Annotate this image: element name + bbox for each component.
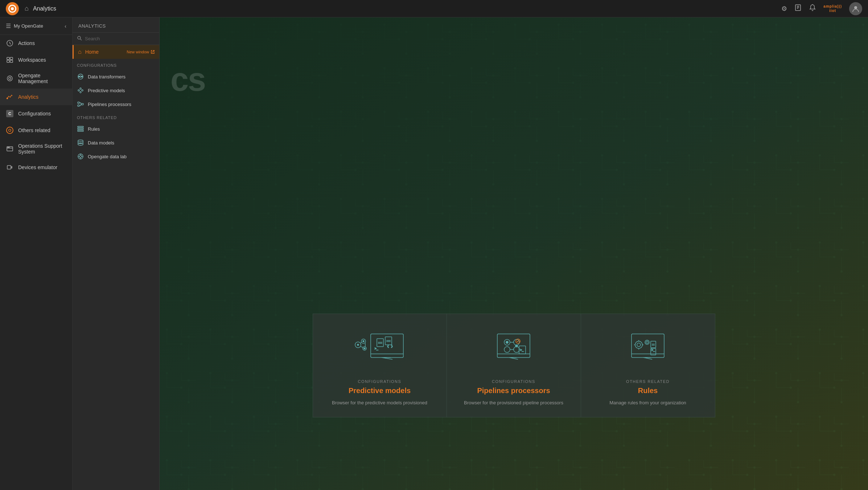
sidebar-item-devices-emulator[interactable]: Devices emulator bbox=[0, 159, 72, 176]
svg-rect-112 bbox=[651, 341, 656, 348]
user-avatar[interactable] bbox=[849, 2, 862, 15]
secondary-item-data-models[interactable]: Data models bbox=[73, 136, 159, 150]
svg-point-92 bbox=[514, 347, 519, 352]
configurations-icon: C bbox=[6, 110, 14, 118]
main-page-title: cs bbox=[170, 61, 205, 98]
sidebar-item-workspaces[interactable]: Workspaces bbox=[0, 52, 72, 68]
svg-point-104 bbox=[635, 341, 642, 348]
secondary-item-predictive-models[interactable]: Predictive models bbox=[73, 83, 159, 97]
sidebar-item-oss[interactable]: Operations Support System bbox=[0, 139, 72, 159]
secondary-item-label: Opengate data lab bbox=[88, 154, 127, 159]
sidebar: ☰ My OpenGate ‹ Actions bbox=[0, 17, 73, 490]
sidebar-item-label: Actions bbox=[18, 40, 35, 46]
svg-point-49 bbox=[78, 140, 83, 142]
card-icon-pipelines: >_ bbox=[481, 325, 546, 372]
secondary-item-data-transformers[interactable]: Data transformers bbox=[73, 70, 159, 83]
svg-line-8 bbox=[10, 43, 11, 44]
svg-text:>_: >_ bbox=[520, 348, 524, 352]
card-title: Rules bbox=[638, 387, 658, 395]
sidebar-my-opengate-label: My OpenGate bbox=[14, 23, 43, 29]
others-related-icon: O bbox=[6, 126, 14, 134]
topbar-icons: ⚙ amplia))) iiot bbox=[781, 2, 862, 15]
sidebar-item-label: Opengate Management bbox=[18, 73, 66, 84]
card-description: Manage rules from your organization bbox=[609, 399, 686, 407]
secondary-item-rules[interactable]: Rules bbox=[73, 122, 159, 136]
svg-line-80 bbox=[361, 347, 363, 347]
card-pipelines-processors[interactable]: >_ CONFIGURATIONS Pipelines processors B… bbox=[447, 314, 581, 418]
settings-icon[interactable]: ⚙ bbox=[781, 5, 787, 13]
sidebar-item-label: Others related bbox=[18, 127, 50, 133]
secondary-search-bar[interactable] bbox=[73, 33, 159, 45]
search-icon bbox=[77, 36, 82, 42]
hamburger-icon[interactable]: ☰ bbox=[6, 23, 11, 29]
card-category: CONFIGURATIONS bbox=[492, 379, 535, 384]
rules-icon bbox=[77, 125, 84, 132]
secondary-item-label: Pipelines processors bbox=[88, 102, 131, 107]
svg-point-14 bbox=[9, 77, 11, 79]
card-title: Pipelines processors bbox=[477, 387, 550, 395]
sidebar-item-others-related[interactable]: O Others related bbox=[0, 122, 72, 139]
svg-rect-11 bbox=[7, 60, 9, 62]
card-description: Browser for the predictive models provis… bbox=[332, 399, 427, 407]
svg-rect-47 bbox=[78, 128, 83, 130]
sidebar-item-configurations[interactable]: C Configurations bbox=[0, 105, 72, 122]
home-icon: ⌂ bbox=[78, 49, 82, 55]
amplia-brand: amplia))) iiot bbox=[823, 4, 842, 13]
svg-point-5 bbox=[854, 6, 857, 9]
card-description: Browser for the provisioned pipeline pro… bbox=[464, 399, 563, 407]
secondary-item-label: Data models bbox=[88, 140, 114, 146]
secondary-item-label: Predictive models bbox=[88, 88, 125, 93]
svg-point-83 bbox=[363, 340, 364, 342]
pipelines-icon bbox=[77, 101, 84, 108]
opengate-data-lab-icon bbox=[77, 153, 84, 160]
svg-point-111 bbox=[646, 341, 648, 343]
search-input[interactable] bbox=[85, 36, 155, 41]
svg-rect-46 bbox=[78, 126, 83, 127]
main-area: cs bbox=[160, 17, 868, 490]
svg-rect-40 bbox=[82, 103, 83, 105]
svg-rect-38 bbox=[78, 102, 79, 103]
card-rules[interactable]: >_ OTHERS RELATED Rules Manage rules fro… bbox=[581, 314, 715, 418]
home-nav-icon[interactable]: ⌂ bbox=[25, 5, 29, 12]
sidebar-item-label: Analytics bbox=[18, 94, 38, 100]
topbar: ⌂ Analytics ⚙ amplia))) iiot bbox=[0, 0, 868, 17]
sidebar-item-actions[interactable]: Actions bbox=[0, 35, 72, 52]
svg-line-25 bbox=[80, 39, 82, 40]
svg-point-30 bbox=[78, 90, 79, 91]
notifications-icon[interactable] bbox=[809, 4, 816, 13]
devices-emulator-icon bbox=[6, 163, 14, 171]
secondary-item-pipelines[interactable]: Pipelines processors bbox=[73, 97, 159, 111]
svg-rect-39 bbox=[78, 105, 79, 106]
svg-point-19 bbox=[9, 147, 9, 148]
new-window-link[interactable]: New window bbox=[127, 50, 155, 54]
bookmarks-icon[interactable] bbox=[794, 4, 802, 13]
svg-rect-71 bbox=[385, 337, 392, 345]
secondary-home-item[interactable]: ⌂ Home New window bbox=[73, 45, 159, 59]
svg-point-28 bbox=[79, 76, 80, 77]
workspaces-icon bbox=[6, 56, 14, 64]
data-transformers-icon bbox=[77, 73, 84, 80]
opengate-management-icon bbox=[6, 74, 14, 82]
analytics-icon bbox=[6, 93, 14, 101]
predictive-models-icon bbox=[77, 87, 84, 94]
card-predictive-models[interactable]: { } >_ bbox=[313, 314, 447, 418]
app-logo[interactable] bbox=[6, 2, 19, 15]
secondary-item-label: Rules bbox=[88, 126, 100, 132]
sidebar-item-label: Workspaces bbox=[18, 57, 46, 63]
sidebar-collapse-icon[interactable]: ‹ bbox=[65, 23, 66, 29]
card-category: CONFIGURATIONS bbox=[358, 379, 402, 384]
svg-rect-20 bbox=[7, 166, 11, 169]
sidebar-item-analytics[interactable]: Analytics bbox=[0, 89, 72, 105]
svg-text:{ }: { } bbox=[387, 344, 393, 348]
card-category: OTHERS RELATED bbox=[626, 379, 670, 384]
sidebar-item-opengate-management[interactable]: Opengate Management bbox=[0, 68, 72, 89]
svg-point-15 bbox=[7, 98, 8, 99]
svg-point-32 bbox=[82, 90, 83, 91]
secondary-panel-header: Analytics bbox=[73, 17, 159, 33]
svg-point-33 bbox=[80, 91, 81, 93]
svg-text:>_: >_ bbox=[375, 347, 378, 350]
secondary-item-opengate-data-lab[interactable]: Opengate data lab bbox=[73, 150, 159, 163]
svg-rect-12 bbox=[10, 60, 13, 62]
secondary-panel: Analytics ⌂ Home New window bbox=[73, 17, 160, 490]
svg-point-54 bbox=[79, 155, 82, 158]
